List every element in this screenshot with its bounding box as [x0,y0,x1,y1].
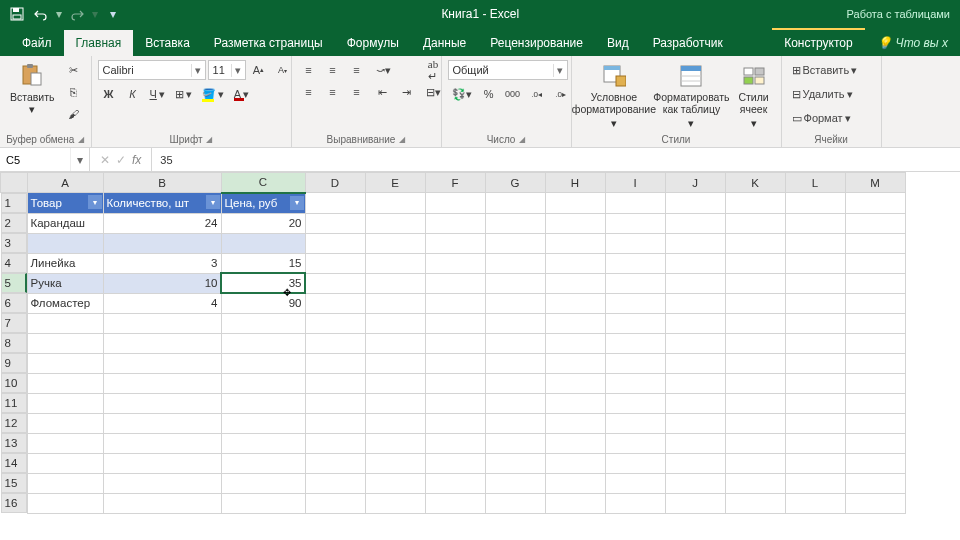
cell[interactable]: 24 [103,213,221,233]
name-box[interactable]: ▾ [0,148,90,171]
filter-dropdown[interactable]: ▾ [290,196,304,210]
cell[interactable] [785,453,845,473]
cell[interactable] [665,293,725,313]
copy-button[interactable]: ⎘ [63,82,85,102]
cell[interactable] [425,353,485,373]
cell[interactable] [665,353,725,373]
cell[interactable]: 15 [221,253,305,273]
cell[interactable] [365,333,425,353]
number-format-combo[interactable]: Общий▾ [448,60,568,80]
cell[interactable] [785,373,845,393]
cell[interactable] [365,353,425,373]
cell[interactable] [305,193,365,214]
cell[interactable] [103,333,221,353]
cell[interactable] [27,453,103,473]
cell[interactable] [845,413,905,433]
cell[interactable] [485,453,545,473]
cell[interactable] [485,293,545,313]
column-header[interactable]: M [845,173,905,193]
cell[interactable] [785,193,845,214]
cell[interactable] [103,373,221,393]
cell[interactable] [305,453,365,473]
cell[interactable] [605,313,665,333]
cell[interactable] [785,433,845,453]
cell[interactable] [785,333,845,353]
cell[interactable] [545,453,605,473]
column-header[interactable]: C [221,173,305,193]
cell[interactable] [485,253,545,273]
tab-вставка[interactable]: Вставка [133,30,202,56]
cell[interactable] [665,233,725,253]
row-header[interactable]: 1 [1,193,27,213]
column-header[interactable]: I [605,173,665,193]
cell[interactable] [665,253,725,273]
conditional-formatting-button[interactable]: Условное форматирование▾ [578,60,651,131]
delete-cells-button[interactable]: ⊟Удалить▾ [788,84,857,104]
cell[interactable]: Ручка [27,273,103,293]
cell[interactable] [305,433,365,453]
accounting-format-button[interactable]: 💱▾ [448,84,476,104]
cell[interactable] [425,193,485,214]
cell[interactable]: Карандаш [27,213,103,233]
cell-styles-button[interactable]: Стили ячеек▾ [733,60,775,131]
cell[interactable] [665,493,725,513]
format-as-table-button[interactable]: Форматировать как таблицу▾ [654,60,728,131]
cell[interactable] [27,353,103,373]
cell[interactable] [725,253,785,273]
cell[interactable] [605,273,665,293]
decrease-indent-button[interactable]: ⇤ [372,82,394,102]
percent-style-button[interactable]: % [478,84,500,104]
qat-customize[interactable]: ▾ [102,3,124,25]
cell[interactable] [305,493,365,513]
cell[interactable] [845,453,905,473]
cell[interactable] [103,433,221,453]
decrease-decimal-button[interactable]: .0▸ [550,84,572,104]
cell[interactable] [425,273,485,293]
cell[interactable] [425,333,485,353]
cell[interactable] [785,313,845,333]
cell[interactable] [545,373,605,393]
cell[interactable] [785,393,845,413]
cell[interactable] [103,393,221,413]
cell[interactable] [365,313,425,333]
cell[interactable] [103,473,221,493]
cell[interactable] [27,313,103,333]
increase-decimal-button[interactable]: .0◂ [526,84,548,104]
row-header[interactable]: 16 [1,493,27,513]
cell[interactable] [545,213,605,233]
formula-input[interactable]: 35 [152,148,960,171]
cell[interactable] [605,333,665,353]
cell[interactable] [785,473,845,493]
cell[interactable] [665,193,725,214]
decrease-font-button[interactable]: A▾ [272,60,294,80]
cell[interactable]: Цена, руб▾ [221,193,305,214]
cell[interactable] [365,453,425,473]
cell[interactable] [221,453,305,473]
cell[interactable] [605,413,665,433]
column-header[interactable]: J [665,173,725,193]
column-header[interactable]: K [725,173,785,193]
cell[interactable]: Количество, шт▾ [103,193,221,214]
cell[interactable] [485,413,545,433]
tab-формулы[interactable]: Формулы [335,30,411,56]
cell[interactable] [545,473,605,493]
cell[interactable] [665,413,725,433]
cell[interactable] [545,433,605,453]
cell[interactable] [305,353,365,373]
cell[interactable] [365,253,425,273]
cell[interactable] [785,493,845,513]
column-header[interactable]: L [785,173,845,193]
cell[interactable] [365,393,425,413]
undo-dropdown[interactable]: ▾ [54,3,64,25]
dialog-launcher[interactable]: ◢ [519,135,525,144]
cell[interactable] [27,473,103,493]
row-header[interactable]: 3 [1,233,27,253]
comma-style-button[interactable]: 000 [502,84,524,104]
cell[interactable] [425,493,485,513]
column-header[interactable]: F [425,173,485,193]
cell[interactable] [365,493,425,513]
italic-button[interactable]: К [122,84,144,104]
cell[interactable] [365,213,425,233]
cell[interactable] [785,273,845,293]
tab-вид[interactable]: Вид [595,30,641,56]
